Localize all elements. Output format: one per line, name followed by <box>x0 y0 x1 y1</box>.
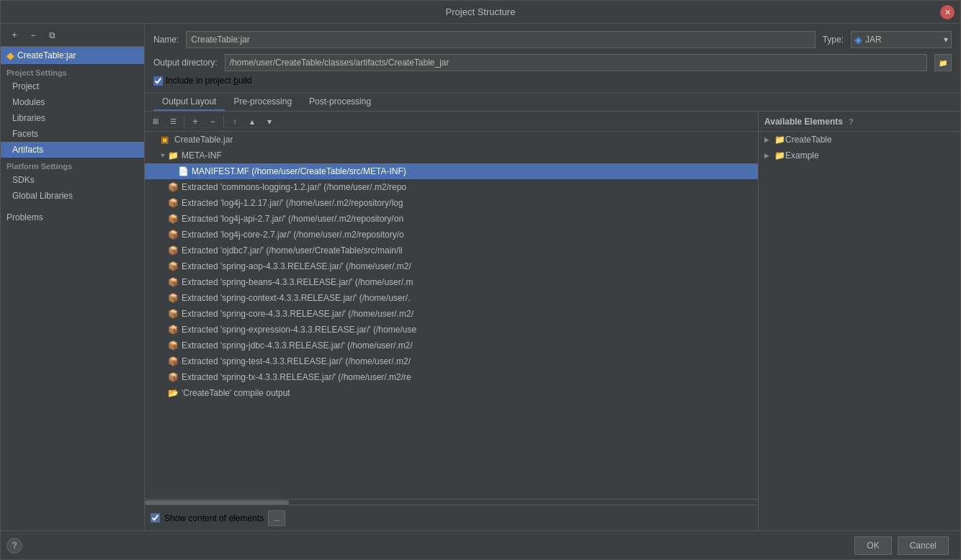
available-tree: ▶ 📁 CreateTable ▶ 📁 Example <box>759 132 960 530</box>
sidebar-item-modules[interactable]: Modules <box>1 94 144 110</box>
horizontal-scrollbar[interactable] <box>145 499 758 505</box>
tree-item-springtest[interactable]: 📦 Extracted 'spring-test-4.3.3.RELEASE.j… <box>145 353 758 369</box>
sidebar-item-artifacts[interactable]: Artifacts <box>1 142 144 158</box>
tree-layout-btn[interactable]: ⊞ <box>148 114 164 130</box>
type-dropdown-arrow: ▾ <box>944 35 948 45</box>
selected-artifact-item[interactable]: ◆ CreateTable:jar <box>1 47 144 64</box>
name-label: Name: <box>153 35 179 45</box>
available-elements-panel: Available Elements ? ▶ 📁 CreateTable <box>759 112 960 530</box>
show-content-label: Show content of elements <box>164 513 264 523</box>
avail-item-createtable-label: CreateTable <box>785 135 832 145</box>
type-label: Type: <box>823 35 844 45</box>
ellipsis-button[interactable]: ... <box>268 510 285 526</box>
toolbar-sep-1 <box>184 115 184 128</box>
browse-button[interactable]: 📁 <box>934 54 952 71</box>
toolbar-sep-2 <box>223 115 224 128</box>
artifact-tree-panel: ⊞ ☰ + − ↕ ▴ ▾ <box>145 112 759 530</box>
tree-item-manifest[interactable]: 📄 MANIFEST.MF (/home/user/CreateTable/sr… <box>145 163 758 179</box>
avail-expand-createtable: ▶ <box>764 136 774 143</box>
jar-icon-root: ▣ <box>161 135 172 145</box>
sidebar-item-facets[interactable]: Facets <box>1 126 144 142</box>
output-dir-label: Output directory: <box>153 58 218 68</box>
selected-artifact-label: CreateTable:jar <box>17 50 76 60</box>
problems-section: Problems <box>1 209 144 225</box>
output-dir-input[interactable] <box>225 54 927 71</box>
platform-settings-section: Platform Settings <box>1 158 144 172</box>
right-panel: Name: Type: ◈ JAR ▾ Output directory: 📁 <box>145 24 960 530</box>
avail-expand-example: ▶ <box>764 152 774 159</box>
tree-add-btn[interactable]: + <box>187 114 203 130</box>
tree-sort-btn[interactable]: ↕ <box>227 114 243 130</box>
tab-output-layout[interactable]: Output Layout <box>153 94 225 111</box>
sidebar-item-sdks-label: SDKs <box>12 175 35 185</box>
sidebar-item-libraries-label: Libraries <box>12 113 45 123</box>
tree-item-springaop[interactable]: 📦 Extracted 'spring-aop-4.3.3.RELEASE.ja… <box>145 258 758 274</box>
show-content-checkbox[interactable] <box>151 513 160 523</box>
sidebar-remove-button[interactable]: − <box>25 27 41 43</box>
help-button[interactable]: ? <box>6 538 22 554</box>
compile-output-icon: 📂 <box>168 388 179 398</box>
expand-icon-metainf: ▼ <box>158 152 168 159</box>
sidebar-item-problems[interactable]: Problems <box>1 209 144 225</box>
sidebar-copy-button[interactable]: ⧉ <box>44 27 60 43</box>
tab-postprocessing[interactable]: Post-processing <box>300 94 380 111</box>
cancel-button[interactable]: Cancel <box>898 536 949 555</box>
tree-item-springjdbc[interactable]: 📦 Extracted 'spring-jdbc-4.3.3.RELEASE.j… <box>145 338 758 353</box>
sidebar-add-button[interactable]: + <box>6 27 22 43</box>
available-help-icon: ? <box>849 117 854 126</box>
sidebar-item-project[interactable]: Project <box>1 78 144 94</box>
manifest-icon: 📄 <box>178 166 189 176</box>
tree-item-metainf[interactable]: ▼ 📁 META-INF <box>145 148 758 163</box>
tree-item-commons[interactable]: 📦 Extracted 'commons-logging-1.2.jar/' (… <box>145 179 758 195</box>
sidebar-item-global-libraries[interactable]: Global Libraries <box>1 188 144 204</box>
include-build-row: Include in project build <box>153 76 952 86</box>
jar-icon-commons: 📦 <box>168 182 179 192</box>
tree-item-log4jcore[interactable]: 📦 Extracted 'log4j-core-2.7.jar/' (/home… <box>145 227 758 243</box>
tree-up-btn[interactable]: ▴ <box>244 114 260 130</box>
tree-item-springcontext[interactable]: 📦 Extracted 'spring-context-4.3.3.RELEAS… <box>145 290 758 306</box>
include-build-checkbox[interactable] <box>153 76 163 86</box>
tree-item-log4japi[interactable]: 📦 Extracted 'log4j-api-2.7.jar/' (/home/… <box>145 211 758 227</box>
tree-item-root[interactable]: ▣ CreateTable.jar <box>145 132 758 148</box>
output-dir-row: Output directory: 📁 <box>153 54 952 71</box>
avail-item-example[interactable]: ▶ 📁 Example <box>759 148 960 163</box>
tree-remove-btn[interactable]: − <box>205 114 220 130</box>
tabs-row: Output Layout Pre-processing Post-proces… <box>145 94 960 112</box>
sidebar-item-sdks[interactable]: SDKs <box>1 172 144 188</box>
sidebar-item-libraries[interactable]: Libraries <box>1 110 144 126</box>
close-button[interactable]: ✕ <box>940 5 955 19</box>
tree-item-springbeans[interactable]: 📦 Extracted 'spring-beans-4.3.3.RELEASE.… <box>145 274 758 290</box>
artifact-name-row: Name: Type: ◈ JAR ▾ <box>153 31 952 48</box>
tree-item-springexpr[interactable]: 📦 Extracted 'spring-expression-4.3.3.REL… <box>145 322 758 338</box>
sidebar-item-project-label: Project <box>12 81 39 91</box>
ok-button[interactable]: OK <box>854 536 891 555</box>
folder-icon-createtable: 📁 <box>774 135 785 145</box>
tree-item-springtx[interactable]: 📦 Extracted 'spring-tx-4.3.3.RELEASE.jar… <box>145 369 758 385</box>
tree-item-metainf-text: META-INF <box>182 150 222 161</box>
sidebar-item-modules-label: Modules <box>12 97 45 107</box>
tab-preprocessing[interactable]: Pre-processing <box>225 94 300 111</box>
tree-list-btn[interactable]: ☰ <box>165 114 181 130</box>
tree-item-manifest-text: MANIFEST.MF (/home/user/CreateTable/src/… <box>192 166 406 176</box>
avail-item-example-label: Example <box>785 150 819 161</box>
tree-down-btn[interactable]: ▾ <box>262 114 277 130</box>
title-bar: Project Structure ✕ <box>1 1 960 24</box>
sidebar: + − ⧉ ◆ CreateTable:jar Project Settings… <box>1 24 145 530</box>
avail-item-createtable[interactable]: ▶ 📁 CreateTable <box>759 132 960 148</box>
name-input[interactable] <box>186 31 815 48</box>
sidebar-item-artifacts-label: Artifacts <box>12 145 43 155</box>
bottom-bar: Show content of elements ... <box>145 505 758 530</box>
artifact-header: Name: Type: ◈ JAR ▾ Output directory: 📁 <box>145 24 960 94</box>
sidebar-item-global-libraries-label: Global Libraries <box>12 191 73 201</box>
sidebar-item-problems-label: Problems <box>6 212 43 222</box>
tree-item-springcore[interactable]: 📦 Extracted 'spring-core-4.3.3.RELEASE.j… <box>145 306 758 322</box>
main-content: + − ⧉ ◆ CreateTable:jar Project Settings… <box>1 24 960 530</box>
tree-item-ojdbc[interactable]: 📦 Extracted 'ojdbc7.jar/' (/home/user/Cr… <box>145 243 758 258</box>
tree-item-compileout[interactable]: 📂 'CreateTable' compile output <box>145 385 758 401</box>
type-select[interactable]: ◈ JAR ▾ <box>851 31 952 48</box>
include-build-label: Include in project build <box>166 76 251 86</box>
artifact-diamond-icon: ◆ <box>6 50 14 61</box>
tree-item-log4j[interactable]: 📦 Extracted 'log4j-1.2.17.jar/' (/home/u… <box>145 195 758 211</box>
available-elements-label: Available Elements <box>764 117 843 127</box>
footer: OK Cancel <box>1 530 960 559</box>
